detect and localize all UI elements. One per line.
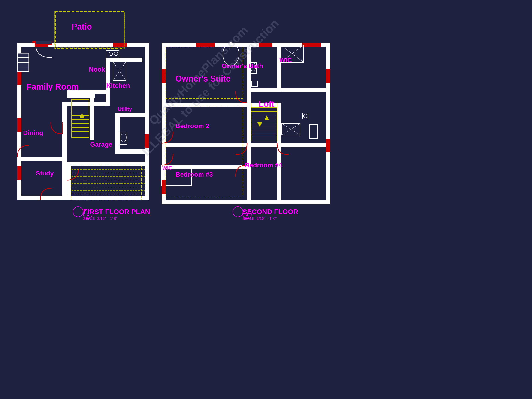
svg-rect-32 [145, 134, 149, 148]
svg-rect-16 [67, 94, 95, 98]
svg-rect-22 [67, 162, 71, 200]
second-floor-scale: SCALE: 3/16" = 1'-0" [242, 217, 298, 221]
svg-rect-31 [17, 166, 21, 180]
svg-rect-14 [67, 90, 110, 94]
svg-rect-81 [326, 139, 330, 152]
svg-rect-55 [162, 200, 330, 204]
svg-rect-66 [247, 143, 330, 147]
svg-rect-64 [247, 103, 251, 200]
svg-rect-62 [162, 165, 247, 169]
svg-rect-4 [145, 43, 149, 117]
svg-rect-23 [17, 157, 63, 161]
svg-rect-20 [67, 162, 149, 166]
svg-rect-54 [326, 43, 330, 204]
svg-rect-19 [115, 149, 149, 153]
floor-plan-svg [0, 0, 532, 399]
first-floor-title: FIRST FLOOR PLAN [83, 208, 150, 216]
svg-rect-17 [115, 113, 149, 117]
svg-rect-57 [247, 43, 251, 107]
svg-rect-61 [162, 143, 247, 147]
first-floor-title-group: 1 FIRST FLOOR PLAN SCALE: 3/16" = 1'-0" [83, 208, 150, 221]
floor-plan-container: Family Room Nook Kitchen Dining Study Ga… [0, 0, 532, 399]
second-floor-title: SECOND FLOOR [242, 208, 298, 216]
svg-rect-82 [162, 180, 166, 194]
svg-rect-78 [196, 43, 215, 47]
svg-rect-84 [303, 43, 321, 47]
svg-rect-28 [17, 118, 21, 132]
svg-rect-21 [145, 115, 149, 200]
first-floor-scale: SCALE: 3/16" = 1'-0" [83, 217, 150, 221]
svg-rect-24 [62, 157, 66, 200]
svg-rect-115 [36, 41, 52, 44]
svg-rect-30 [113, 43, 127, 47]
svg-rect-60 [277, 88, 330, 92]
svg-rect-80 [326, 69, 330, 83]
svg-rect-15 [90, 94, 94, 140]
svg-rect-18 [115, 113, 120, 153]
svg-rect-79 [162, 69, 166, 83]
svg-rect-83 [259, 43, 272, 47]
svg-rect-2 [17, 196, 149, 200]
svg-rect-27 [17, 72, 21, 85]
svg-rect-56 [162, 103, 277, 107]
second-floor-title-group: 1 SECOND FLOOR SCALE: 3/16" = 1'-0" [242, 208, 298, 221]
